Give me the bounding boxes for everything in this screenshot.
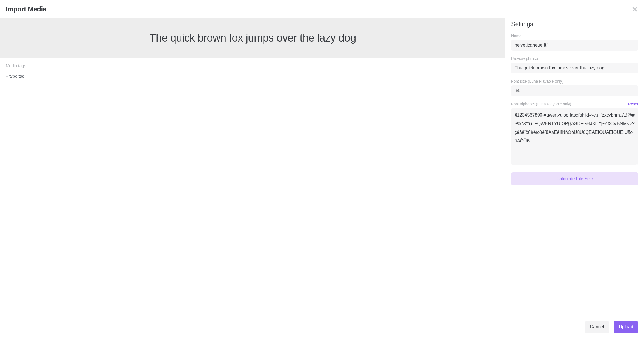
font-alphabet-textarea[interactable] xyxy=(511,108,638,165)
media-tags-section: Media tags + type tag xyxy=(0,58,505,84)
font-alphabet-reset-button[interactable]: Reset xyxy=(628,102,638,106)
add-tag-button[interactable]: + type tag xyxy=(6,74,24,78)
font-alphabet-label: Font alphabet (Luna Playable only) xyxy=(511,102,571,106)
left-panel: The quick brown fox jumps over the lazy … xyxy=(0,18,505,338)
modal-footer: Cancel Upload xyxy=(511,315,638,333)
cancel-button[interactable]: Cancel xyxy=(585,321,609,333)
modal-title: Import Media xyxy=(6,5,47,13)
media-tags-label: Media tags xyxy=(6,63,500,68)
font-size-field: Font size (Luna Playable only) xyxy=(511,79,638,96)
font-preview-text: The quick brown fox jumps over the lazy … xyxy=(149,32,356,44)
font-size-input[interactable] xyxy=(511,85,638,96)
upload-button[interactable]: Upload xyxy=(614,321,638,333)
font-preview-area: The quick brown fox jumps over the lazy … xyxy=(0,18,505,58)
import-media-modal: Import Media The quick brown fox jumps o… xyxy=(0,0,644,338)
preview-phrase-field: Preview phrase xyxy=(511,56,638,73)
settings-title: Settings xyxy=(511,20,638,28)
close-icon[interactable] xyxy=(632,6,638,13)
font-alphabet-field: Font alphabet (Luna Playable only) Reset xyxy=(511,102,638,166)
preview-phrase-label: Preview phrase xyxy=(511,56,538,61)
name-input[interactable] xyxy=(511,40,638,51)
settings-panel: Settings Name Preview phrase Font size (… xyxy=(511,18,644,338)
calculate-file-size-button[interactable]: Calculate File Size xyxy=(511,172,638,185)
font-size-label: Font size (Luna Playable only) xyxy=(511,79,563,84)
name-label: Name xyxy=(511,34,522,38)
modal-body: The quick brown fox jumps over the lazy … xyxy=(0,18,644,338)
preview-phrase-input[interactable] xyxy=(511,63,638,73)
modal-header: Import Media xyxy=(0,0,644,18)
name-field: Name xyxy=(511,34,638,51)
